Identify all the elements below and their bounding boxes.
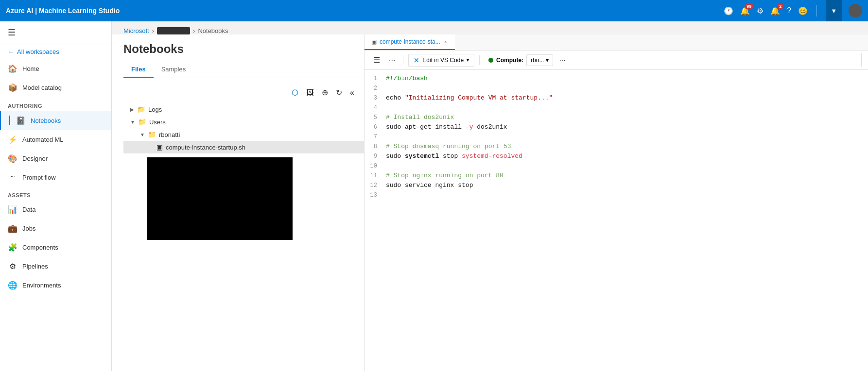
prompt-flow-icon: ~	[8, 173, 17, 182]
file-label: Users	[149, 118, 166, 126]
code-line: sudo systemctl stop systemd-resolved	[386, 152, 868, 161]
help-icon[interactable]: ?	[787, 6, 791, 15]
sidebar-item-prompt-flow[interactable]: ~ Prompt flow	[0, 168, 111, 186]
sidebar-label-designer: Designer	[22, 155, 48, 162]
sidebar-label-prompt-flow: Prompt flow	[22, 174, 56, 181]
line-num: 8	[365, 142, 382, 152]
code-line	[386, 103, 868, 113]
code-line: # Install dos2unix	[386, 113, 868, 122]
line-num: 3	[365, 93, 382, 103]
refresh-button[interactable]: ↻	[334, 86, 344, 99]
all-workspaces-label: All workspaces	[17, 48, 59, 55]
code-line	[386, 161, 868, 171]
line-numbers: 1 2 3 4 5 6 7 8 9 10 11 12 13	[365, 70, 382, 371]
sidebar-item-automated-ml[interactable]: ⚡ Automated ML	[0, 130, 111, 149]
edit-in-vscode-button[interactable]: ✕ Edit in VS Code ▾	[408, 54, 474, 67]
page-title: Notebooks	[123, 42, 364, 56]
sidebar-menu-button[interactable]: ☰	[6, 25, 17, 40]
profile-icon[interactable]: 😊	[798, 6, 808, 16]
compute-dropdown[interactable]: rbo... ▾	[526, 54, 553, 66]
editor-tab-startup[interactable]: ▣ compute-instance-sta... ×	[365, 34, 455, 50]
tab-samples[interactable]: Samples	[154, 62, 194, 78]
list-item[interactable]: ▶ 📁 Logs	[123, 103, 364, 116]
list-item[interactable]: ▶ ▣ compute-instance-startup.sh	[123, 141, 364, 153]
compute-status-dot	[488, 58, 493, 63]
sidebar-item-environments[interactable]: 🌐 Environments	[0, 276, 111, 295]
editor-toolbar-more-button[interactable]: ···	[556, 54, 568, 67]
file-preview	[147, 157, 293, 240]
alerts-badge: 2	[777, 3, 783, 9]
code-line: echo "Initializing Compute VM at startup…	[386, 93, 868, 103]
code-line: sudo service nginx stop	[386, 181, 868, 190]
sidebar-item-components[interactable]: 🧩 Components	[0, 238, 111, 257]
sidebar-item-data[interactable]: 📊 Data	[0, 200, 111, 219]
automated-ml-icon: ⚡	[8, 135, 17, 144]
vscode-open-button[interactable]: ⬡	[290, 86, 300, 99]
sidebar-item-model-catalog[interactable]: 📦 Model catalog	[0, 78, 111, 97]
chevron-down-icon: ▼	[130, 119, 135, 125]
jobs-icon: 💼	[8, 224, 17, 233]
compute-dropdown-chevron: ▾	[546, 57, 549, 64]
sidebar-label-data: Data	[22, 206, 35, 213]
line-num: 7	[365, 132, 382, 142]
line-num: 6	[365, 122, 382, 132]
sidebar-top: ☰	[0, 21, 111, 44]
list-item[interactable]: ▼ 📁 rbonatti	[123, 128, 364, 141]
code-line	[386, 132, 868, 142]
file-label: rbonatti	[159, 131, 180, 138]
sidebar-label-pipelines: Pipelines	[22, 263, 48, 270]
sidebar-item-pipelines[interactable]: ⚙ Pipelines	[0, 257, 111, 276]
main-content: Microsoft › agents_ml › Notebooks Notebo…	[112, 21, 868, 371]
code-line: # Stop nginx running on port 80	[386, 171, 868, 181]
notebooks-area: Notebooks Files Samples ⬡ 🖼 ⊕ ↻ «	[112, 34, 868, 371]
breadcrumb-microsoft[interactable]: Microsoft	[123, 27, 149, 34]
home-icon: 🏠	[8, 64, 17, 73]
line-num: 11	[365, 171, 382, 181]
topbar-icons: 🕐 🔔 99 ⚙ 🔔 2 ? 😊 ▼	[724, 0, 862, 21]
topbar-divider	[816, 5, 817, 17]
notifications-icon[interactable]: 🔔 99	[740, 6, 750, 16]
assets-section-header: Assets	[0, 186, 111, 200]
toolbar-separator-2	[479, 55, 480, 65]
sidebar-item-jobs[interactable]: 💼 Jobs	[0, 219, 111, 238]
model-catalog-icon: 📦	[8, 83, 17, 92]
user-avatar[interactable]	[849, 4, 862, 17]
line-num: 10	[365, 161, 382, 171]
sidebar-item-notebooks[interactable]: 📓 Notebooks	[0, 111, 111, 130]
file-label: compute-instance-startup.sh	[166, 144, 245, 151]
authoring-section-header: Authoring	[0, 97, 111, 111]
code-line	[386, 84, 868, 93]
all-workspaces-link[interactable]: ← All workspaces	[0, 44, 111, 59]
editor-toolbar: ☰ ··· ✕ Edit in VS Code ▾ Compute: rbo..…	[365, 51, 868, 70]
line-num: 4	[365, 103, 382, 113]
data-icon: 📊	[8, 205, 17, 214]
collapse-button[interactable]: «	[348, 86, 356, 99]
sidebar-item-designer[interactable]: 🎨 Designer	[0, 149, 111, 168]
breadcrumb-workspace[interactable]: agents_ml	[157, 27, 190, 34]
app-body: ☰ ← All workspaces 🏠 Home 📦 Model catalo…	[0, 21, 868, 371]
add-file-button[interactable]: ⊕	[320, 86, 330, 99]
editor-menu-button[interactable]: ☰	[370, 53, 383, 67]
code-editor[interactable]: 1 2 3 4 5 6 7 8 9 10 11 12 13	[365, 70, 868, 371]
image-button[interactable]: 🖼	[304, 86, 316, 99]
code-line	[386, 190, 868, 200]
list-item[interactable]: ▼ 📁 Users	[123, 116, 364, 128]
sidebar-label-environments: Environments	[22, 282, 61, 289]
settings-icon[interactable]: ⚙	[757, 6, 764, 16]
sidebar-item-home[interactable]: 🏠 Home	[0, 59, 111, 78]
line-num: 5	[365, 113, 382, 122]
workspace-dropdown[interactable]: ▼	[826, 0, 842, 21]
chevron-down-icon: ▼	[140, 132, 145, 137]
line-num: 2	[365, 84, 382, 93]
alerts-icon[interactable]: 🔔 2	[770, 6, 780, 16]
close-tab-button[interactable]: ×	[443, 39, 448, 45]
history-icon[interactable]: 🕐	[724, 6, 733, 16]
topbar: Azure AI | Machine Learning Studio 🕐 🔔 9…	[0, 0, 868, 21]
code-content[interactable]: #!/bin/bash echo "Initializing Compute V…	[382, 70, 868, 371]
app-title: Azure AI | Machine Learning Studio	[6, 7, 720, 15]
notebook-tabs: Files Samples	[123, 62, 364, 78]
notebooks-icon: 📓	[16, 116, 26, 125]
breadcrumb-sep2: ›	[193, 27, 195, 34]
editor-more-button[interactable]: ···	[386, 54, 398, 67]
tab-files[interactable]: Files	[123, 62, 154, 78]
